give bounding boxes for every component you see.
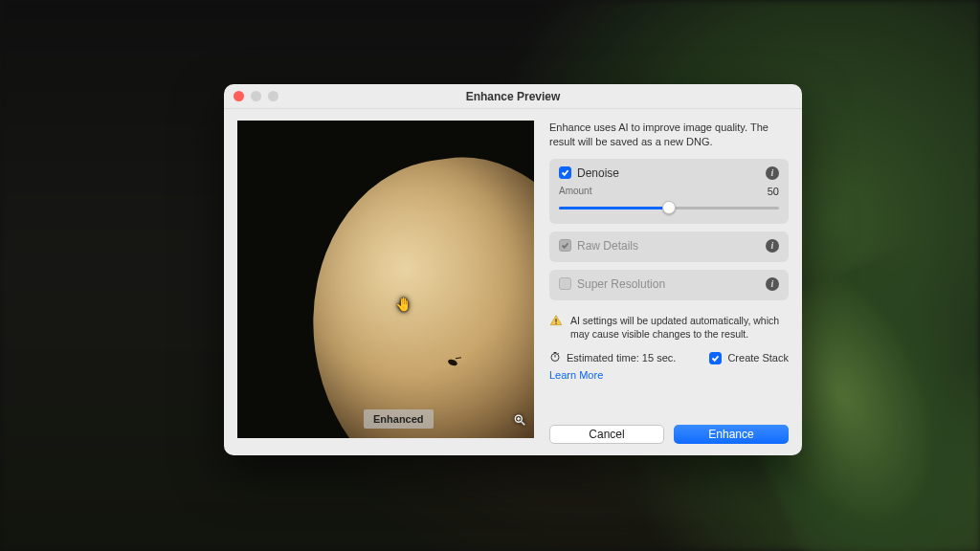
estimated-time: Estimated time: 15 sec.	[567, 352, 676, 364]
preview-image[interactable]: ✋ Enhanced	[237, 121, 534, 438]
svg-rect-4	[555, 319, 556, 322]
denoise-info-icon[interactable]: i	[766, 166, 779, 180]
amount-value[interactable]: 50	[750, 186, 779, 197]
warning-icon	[549, 314, 563, 341]
enhance-preview-dialog: Enhance Preview ✋ Enhanced Enhance uses …	[224, 84, 802, 455]
raw-details-label: Raw Details	[577, 239, 760, 253]
denoise-panel: Denoise i Amount 50	[549, 159, 789, 224]
close-window-button[interactable]	[234, 91, 244, 101]
raw-details-panel: Raw Details i	[549, 231, 789, 262]
denoise-checkbox[interactable]	[559, 166, 571, 179]
cancel-button[interactable]: Cancel	[549, 425, 664, 444]
super-resolution-panel: Super Resolution i	[549, 270, 789, 300]
warning-text: AI settings will be updated automaticall…	[570, 314, 789, 341]
super-resolution-checkbox	[559, 277, 571, 290]
learn-more-link[interactable]: Learn More	[549, 369, 789, 381]
enhanced-badge: Enhanced	[364, 409, 434, 429]
super-resolution-label: Super Resolution	[577, 277, 760, 291]
titlebar: Enhance Preview	[224, 84, 802, 109]
dialog-title: Enhance Preview	[224, 90, 802, 103]
hand-cursor-icon: ✋	[395, 297, 412, 312]
zoom-icon[interactable]	[513, 413, 526, 430]
svg-line-1	[522, 422, 525, 426]
minimize-window-button	[251, 91, 261, 101]
raw-details-checkbox	[559, 239, 571, 252]
window-controls	[224, 91, 278, 101]
create-stack-checkbox[interactable]	[709, 352, 722, 364]
raw-details-info-icon[interactable]: i	[766, 239, 779, 253]
amount-label: Amount	[559, 186, 591, 196]
amount-slider[interactable]	[559, 201, 779, 214]
warning-row: AI settings will be updated automaticall…	[549, 314, 789, 341]
svg-rect-5	[555, 322, 556, 323]
super-resolution-info-icon[interactable]: i	[766, 277, 779, 291]
create-stack-label: Create Stack	[727, 352, 789, 364]
enhance-button[interactable]: Enhance	[674, 425, 789, 444]
denoise-label: Denoise	[577, 166, 760, 180]
timer-icon	[549, 351, 561, 364]
zoom-window-button	[268, 91, 278, 101]
svg-line-9	[558, 353, 559, 354]
dialog-description: Enhance uses AI to improve image quality…	[549, 121, 789, 149]
